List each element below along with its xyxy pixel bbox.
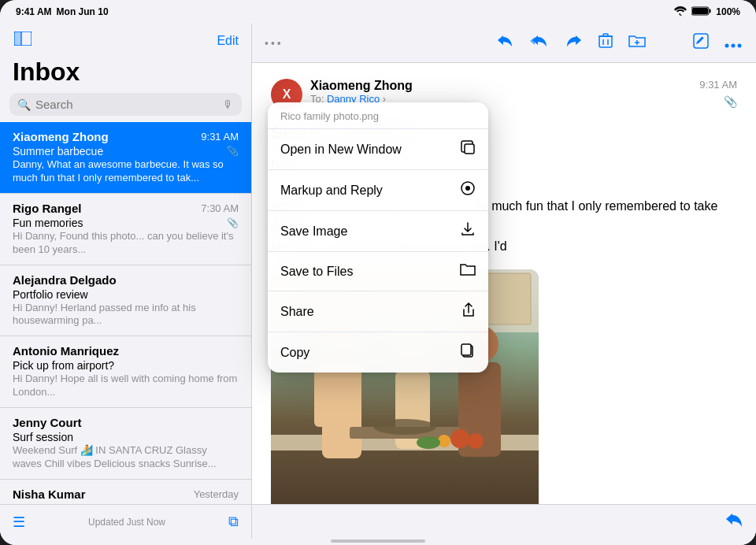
edit-button[interactable]: Edit	[217, 34, 239, 48]
sidebar: Edit Inbox 🔍 🎙 Xiaomeng Zhong 9:31 AM Su…	[0, 24, 252, 539]
svg-rect-3	[14, 32, 21, 46]
email-item-4[interactable]: Jenny Court Surf session Weekend Surf 🏄 …	[0, 408, 251, 480]
filter-icon[interactable]: ☰	[13, 513, 25, 531]
email-subject-0: Summer barbecue	[13, 145, 103, 158]
ipad-frame: 9:41 AM Mon Jun 10 100% Edit	[0, 0, 756, 545]
context-share-label: Share	[280, 305, 314, 319]
context-menu-save-to-files[interactable]: Save to Files	[268, 252, 488, 291]
context-menu-markup-reply[interactable]: Markup and Reply	[268, 170, 488, 211]
context-menu-save-image[interactable]: Save Image	[268, 211, 488, 252]
email-preview-1: Hi Danny, Found this photo... can you be…	[13, 230, 239, 257]
email-sender-0: Xiaomeng Zhong	[13, 130, 109, 143]
email-list: Xiaomeng Zhong 9:31 AM Summer barbecue 📎…	[0, 122, 251, 504]
context-menu-open-new-window[interactable]: Open in New Window	[268, 129, 488, 170]
context-menu: Rico family photo.png Open in New Window…	[268, 102, 488, 373]
markup-reply-icon	[460, 180, 476, 200]
email-time-0: 9:31 AM	[201, 131, 239, 143]
context-menu-filename: Rico family photo.png	[268, 102, 488, 129]
sidebar-bottom: ☰ Updated Just Now ⧉	[0, 504, 251, 539]
home-bar	[331, 539, 425, 543]
email-subject-4: Surf session	[13, 431, 239, 443]
status-time: 9:41 AM	[16, 6, 52, 17]
svg-rect-1	[710, 9, 711, 13]
context-copy-label: Copy	[280, 346, 309, 360]
email-sender-3: Antonio Manriquez	[13, 344, 119, 358]
attachment-icon-0: 📎	[227, 146, 239, 157]
wifi-icon	[674, 6, 687, 18]
context-menu-share[interactable]: Share	[268, 291, 488, 332]
email-preview-2: Hi Danny! Herland passed me info at his …	[13, 302, 239, 328]
sidebar-toggle-button[interactable]	[13, 30, 33, 51]
svg-rect-42	[461, 344, 471, 355]
battery-percent: 100%	[716, 6, 740, 17]
email-preview-3: Hi Danny! Hope all is well with coming h…	[13, 373, 239, 399]
status-left: 9:41 AM Mon Jun 10	[16, 6, 109, 17]
mic-icon[interactable]: 🎙	[223, 98, 234, 111]
attachment-icon-1: 📎	[227, 217, 239, 228]
email-sender-4: Jenny Court	[13, 416, 82, 429]
email-sender-2: Alejandra Delgado	[13, 273, 117, 287]
email-viewer: •••	[252, 24, 756, 539]
email-time-1: 7:30 AM	[201, 202, 239, 214]
svg-rect-2	[692, 8, 708, 14]
stacked-windows-icon[interactable]: ⧉	[228, 513, 239, 530]
sidebar-icons-left	[13, 30, 33, 51]
context-save-to-files-label: Save to Files	[280, 265, 353, 279]
email-item-2[interactable]: Alejandra Delgado Portfolio review Hi Da…	[0, 265, 251, 337]
context-open-new-window-label: Open in New Window	[280, 143, 402, 157]
share-icon	[461, 302, 476, 321]
open-new-window-icon	[460, 139, 476, 159]
email-item-5[interactable]: Nisha Kumar Yesterday Sunday brunch Hey …	[0, 480, 251, 504]
context-markup-reply-label: Markup and Reply	[280, 184, 383, 198]
svg-point-40	[465, 186, 470, 191]
home-indicator	[0, 539, 756, 545]
email-sender-1: Rigo Rangel	[13, 202, 82, 215]
main-area: Edit Inbox 🔍 🎙 Xiaomeng Zhong 9:31 AM Su…	[0, 24, 756, 539]
context-menu-copy[interactable]: Copy	[268, 332, 488, 373]
svg-rect-38	[465, 144, 474, 154]
status-day: Mon Jun 10	[57, 6, 109, 17]
email-preview-0: Danny, What an awesome barbecue. It was …	[13, 158, 239, 185]
email-item-3[interactable]: Antonio Manriquez Pick up from airport? …	[0, 336, 251, 408]
battery-icon	[691, 6, 711, 18]
email-subject-3: Pick up from airport?	[13, 359, 239, 372]
sidebar-header: Edit	[0, 24, 251, 54]
email-sender-5: Nisha Kumar	[13, 488, 86, 501]
search-bar[interactable]: 🔍 🎙	[9, 93, 242, 116]
search-icon: 🔍	[17, 98, 31, 111]
email-subject-2: Portfolio review	[13, 288, 239, 301]
email-item-1[interactable]: Rigo Rangel 7:30 AM Fun memories 📎 Hi Da…	[0, 194, 251, 265]
context-save-image-label: Save Image	[280, 224, 347, 239]
email-preview-4: Weekend Surf 🏄 IN SANTA CRUZ Glassy wave…	[13, 444, 239, 471]
save-image-icon	[460, 221, 476, 241]
context-menu-overlay: Rico family photo.png Open in New Window…	[252, 24, 756, 539]
status-right: 100%	[674, 6, 740, 18]
email-subject-1: Fun memories	[13, 217, 83, 229]
inbox-title: Inbox	[0, 54, 251, 93]
search-input[interactable]	[35, 98, 218, 111]
email-item-0[interactable]: Xiaomeng Zhong 9:31 AM Summer barbecue 📎…	[0, 122, 251, 194]
copy-icon	[460, 343, 476, 362]
updated-text: Updated Just Now	[88, 517, 165, 528]
status-bar: 9:41 AM Mon Jun 10 100%	[0, 0, 756, 24]
save-to-files-icon	[460, 262, 476, 280]
email-time-5: Yesterday	[194, 488, 239, 500]
